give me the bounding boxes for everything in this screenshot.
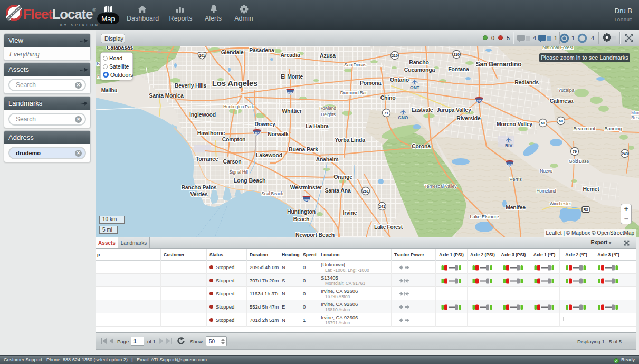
svg-text:Menifee: Menifee	[506, 204, 526, 210]
svg-text:La Habra: La Habra	[306, 123, 329, 129]
svg-text:60: 60	[559, 119, 563, 123]
svg-text:Verdes: Verdes	[190, 191, 208, 197]
svg-text:Buena Park: Buena Park	[289, 146, 318, 152]
svg-text:Corona: Corona	[412, 143, 431, 149]
svg-text:Arcadia: Arcadia	[280, 52, 300, 58]
svg-text:Glendale: Glendale	[221, 49, 244, 55]
svg-text:Heights: Heights	[321, 112, 335, 117]
svg-text:El Monte: El Monte	[281, 73, 303, 80]
svg-text:Long Beach: Long Beach	[234, 177, 266, 184]
svg-text:Cucamonga: Cucamonga	[404, 66, 435, 73]
svg-text:Banning: Banning	[604, 126, 622, 131]
svg-text:Riverside: Riverside	[456, 115, 481, 121]
svg-text:Hawthorne: Hawthorne	[197, 130, 225, 136]
svg-text:Orange: Orange	[333, 174, 352, 180]
svg-text:Winchester: Winchester	[550, 201, 571, 206]
svg-text:Torrance: Torrance	[196, 156, 218, 162]
svg-text:Beach: Beach	[293, 216, 310, 222]
svg-text:Homeland: Homeland	[536, 188, 556, 194]
svg-text:San Bernardino: San Bernardino	[476, 61, 522, 68]
svg-text:RIV: RIV	[505, 143, 513, 148]
svg-text:261: 261	[363, 189, 369, 193]
svg-text:Rowland: Rowland	[319, 106, 336, 111]
svg-text:79: 79	[573, 150, 577, 154]
svg-text:Ontario: Ontario	[390, 76, 409, 83]
svg-text:60: 60	[541, 121, 545, 125]
svg-text:Compton: Compton	[222, 136, 246, 142]
svg-text:405: 405	[304, 198, 309, 202]
svg-text:R3: R3	[584, 208, 588, 212]
svg-text:215: 215	[477, 100, 482, 103]
svg-text:241: 241	[379, 205, 385, 208]
svg-text:Downey: Downey	[254, 121, 275, 127]
svg-text:Seal Beach: Seal Beach	[261, 191, 283, 196]
svg-text:Lake Elsinore: Lake Elsinore	[470, 214, 499, 219]
svg-text:Anaheim: Anaheim	[316, 156, 339, 162]
svg-text:Chino: Chino	[380, 94, 396, 101]
svg-text:Huntington: Huntington	[287, 208, 316, 215]
svg-text:Gold Base: Gold Base	[569, 159, 589, 164]
svg-text:Huntington Park: Huntington Park	[223, 104, 254, 109]
svg-text:215: 215	[508, 163, 512, 166]
svg-text:Beverly Hills: Beverly Hills	[175, 82, 207, 89]
svg-text:101: 101	[199, 54, 205, 58]
svg-text:Inglewood: Inglewood	[189, 111, 216, 118]
svg-text:Malibu: Malibu	[101, 88, 118, 93]
svg-text:Carson: Carson	[223, 158, 242, 165]
svg-text:Lake Forest: Lake Forest	[374, 224, 403, 230]
svg-text:Hemet: Hemet	[583, 186, 599, 192]
svg-text:National Forest: National Forest	[542, 46, 574, 50]
svg-text:Nuevo: Nuevo	[540, 168, 552, 174]
svg-text:Reserv: Reserv	[631, 115, 639, 120]
svg-text:Perris: Perris	[509, 176, 522, 182]
svg-text:Azusa: Azusa	[320, 52, 336, 59]
svg-text:Jurupa Valley: Jurupa Valley	[436, 107, 471, 113]
svg-text:Temescal Valley: Temescal Valley	[424, 184, 457, 189]
svg-text:ONT: ONT	[410, 85, 420, 90]
svg-text:Diamond Bar: Diamond Bar	[340, 90, 367, 95]
svg-text:Fontana: Fontana	[448, 66, 469, 72]
svg-text:Santa Ana: Santa Ana	[325, 187, 351, 194]
svg-text:210: 210	[392, 54, 398, 58]
svg-text:San Dimas: San Dimas	[344, 62, 367, 68]
svg-text:Yorba Linda: Yorba Linda	[335, 137, 365, 143]
svg-text:243: 243	[622, 152, 628, 156]
svg-text:Santa Monica: Santa Monica	[149, 92, 184, 99]
svg-text:Calabasas: Calabasas	[107, 46, 133, 51]
svg-text:Whittier: Whittier	[282, 108, 302, 114]
svg-text:Pasadena: Pasadena	[249, 47, 274, 53]
svg-text:Yucaipa: Yucaipa	[558, 88, 575, 93]
svg-text:71: 71	[384, 111, 388, 115]
svg-text:Norwalk: Norwalk	[268, 131, 289, 137]
svg-text:CNO: CNO	[398, 115, 408, 120]
svg-text:Redlands: Redlands	[514, 79, 539, 85]
svg-text:210: 210	[453, 53, 460, 56]
svg-text:105: 105	[255, 132, 260, 135]
svg-text:Beaumont: Beaumont	[573, 126, 595, 131]
svg-text:Calimesa: Calimesa	[550, 98, 574, 104]
svg-text:Eastvale: Eastvale	[411, 107, 433, 113]
svg-text:Lakewood: Lakewood	[256, 152, 282, 158]
svg-text:Newport Beach: Newport Beach	[295, 232, 335, 237]
svg-text:Los Angeles: Los Angeles	[212, 79, 257, 88]
svg-text:Pomona: Pomona	[360, 80, 382, 86]
svg-text:Rancho: Rancho	[409, 59, 428, 65]
svg-text:Signal Hill: Signal Hill	[229, 169, 248, 175]
svg-text:Rancho Palos: Rancho Palos	[181, 184, 216, 190]
svg-text:Westminster: Westminster	[290, 184, 322, 190]
svg-text:Moreno Valley: Moreno Valley	[497, 121, 532, 127]
svg-text:Irvine: Irvine	[343, 209, 357, 216]
svg-text:605: 605	[288, 91, 293, 94]
